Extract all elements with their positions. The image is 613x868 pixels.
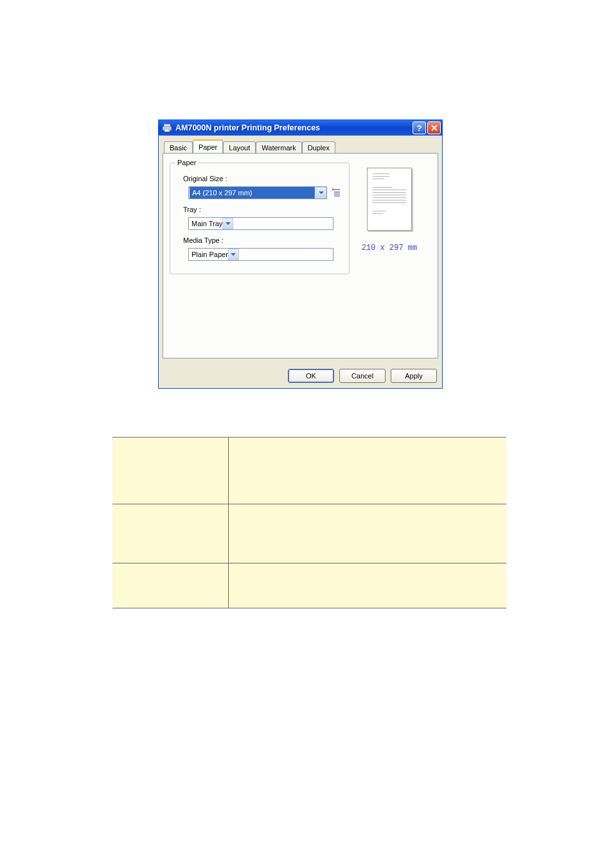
table-cell [228, 563, 506, 608]
table-row [112, 563, 506, 608]
original-size-combo[interactable]: A4 (210 x 297 mm) [188, 186, 327, 199]
printing-preferences-dialog: AM7000N printer Printing Preferences ? B… [158, 120, 443, 389]
media-type-label: Media Type : [183, 236, 341, 244]
custom-size-icon[interactable] [331, 188, 341, 198]
dialog-title: AM7000N printer Printing Preferences [175, 123, 411, 132]
preview-dimensions: 210 x 297 mm [354, 244, 425, 252]
dialog-button-row: OK Cancel Apply [159, 364, 442, 388]
tab-watermark[interactable]: Watermark [256, 141, 301, 154]
info-table [112, 437, 506, 608]
page-preview [367, 168, 412, 231]
preview-area: 210 x 297 mm [354, 168, 425, 252]
media-type-value: Plain Paper [189, 251, 228, 258]
original-size-value: A4 (210 x 297 mm) [190, 187, 315, 199]
ok-button[interactable]: OK [288, 369, 334, 383]
tab-panel-paper: Paper Original Size : A4 (210 x 297 mm) [163, 153, 438, 359]
table-cell [228, 504, 506, 563]
original-size-row: Original Size : A4 (210 x 297 mm) [183, 175, 341, 199]
chevron-down-icon[interactable] [228, 249, 239, 260]
tab-paper[interactable]: Paper [193, 139, 223, 153]
table-cell [112, 563, 228, 608]
cancel-button[interactable]: Cancel [339, 369, 386, 383]
tabstrip: Basic Paper Layout Watermark Duplex [163, 139, 438, 153]
tab-layout[interactable]: Layout [223, 141, 256, 154]
tray-row: Tray : Main Tray [183, 206, 341, 230]
paper-group: Paper Original Size : A4 (210 x 297 mm) [170, 163, 350, 274]
dialog-body: Basic Paper Layout Watermark Duplex Pape… [159, 136, 442, 364]
chevron-down-icon[interactable] [222, 218, 233, 229]
table-row [112, 438, 506, 504]
media-type-row: Media Type : Plain Paper [183, 236, 341, 261]
chevron-down-icon[interactable] [315, 187, 326, 199]
group-legend: Paper [175, 159, 198, 166]
close-button[interactable] [427, 121, 441, 134]
table-cell [112, 504, 228, 563]
svg-rect-2 [164, 129, 170, 132]
table-cell [112, 438, 228, 504]
svg-rect-7 [332, 188, 333, 191]
original-size-label: Original Size : [183, 175, 341, 182]
tab-basic[interactable]: Basic [164, 141, 193, 154]
table-cell [228, 438, 506, 504]
titlebar[interactable]: AM7000N printer Printing Preferences ? [159, 120, 442, 136]
tray-label: Tray : [183, 206, 341, 213]
table-row [112, 504, 506, 563]
tray-combo[interactable]: Main Tray [188, 217, 333, 230]
tray-value: Main Tray [189, 220, 222, 227]
apply-button[interactable]: Apply [391, 369, 437, 383]
tab-duplex[interactable]: Duplex [302, 141, 335, 154]
printer-icon [162, 123, 172, 133]
help-button[interactable]: ? [413, 121, 426, 134]
media-type-combo[interactable]: Plain Paper [188, 248, 333, 261]
